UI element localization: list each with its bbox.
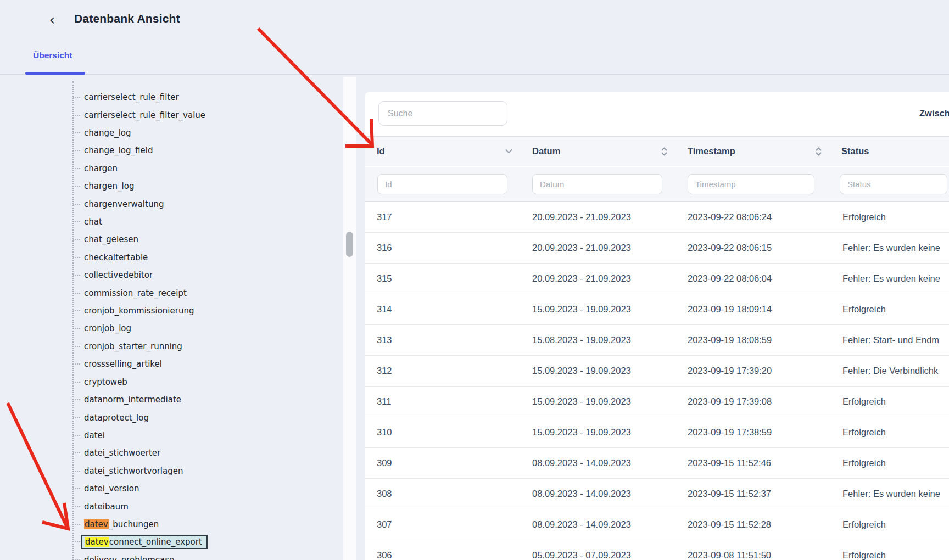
cell-datum: 15.09.2023 - 19.09.2023 [532,366,688,376]
cell-datum: 08.09.2023 - 14.09.2023 [532,458,688,468]
sidebar-table-item[interactable]: chargen_log [0,177,343,195]
table-name-label: chat [84,217,102,227]
column-header-timestamp[interactable]: Timestamp [688,137,735,166]
table-name-label: commission_rate_receipt [84,288,187,298]
table-row[interactable]: 308 08.09.2023 - 14.09.2023 2023-09-15 1… [365,479,949,509]
sidebar-table-item[interactable]: carrierselect_rule_filter [0,88,343,106]
table-row[interactable]: 316 20.09.2023 - 21.09.2023 2023-09-22 0… [365,233,949,264]
filter-input-id[interactable] [377,174,507,194]
sidebar-table-item[interactable]: datei [0,427,343,444]
sort-up-down-icon [815,147,822,156]
table-row[interactable]: 317 20.09.2023 - 21.09.2023 2023-09-22 0… [365,202,949,233]
tree-connector-icon [73,488,80,489]
sidebar-table-item[interactable]: chat [0,213,343,231]
column-header-status[interactable]: Status [841,137,869,166]
search-input[interactable] [378,101,507,126]
tree-connector-icon [73,275,80,276]
date-range-label[interactable]: Zwisch [919,108,949,119]
table-row[interactable]: 312 15.09.2023 - 19.09.2023 2023-09-19 1… [365,356,949,387]
back-button[interactable]: ‹ [45,12,59,29]
cell-status: Erfolgreich [842,550,949,560]
sidebar-table-item[interactable]: collectivedebitor [0,266,343,284]
sidebar-table-item[interactable]: cronjob_kommissionierung [0,302,343,320]
cell-id: 310 [377,427,532,438]
cell-timestamp: 2023-09-22 08:06:15 [688,243,842,253]
table-name-label: cronjob_kommissionierung [84,306,194,316]
sidebar-table-item[interactable]: change_log [0,124,343,142]
table-row[interactable]: 307 08.09.2023 - 14.09.2023 2023-09-15 1… [365,509,949,540]
table-row[interactable]: 313 15.08.2023 - 19.09.2023 2023-09-19 1… [365,325,949,356]
table-row[interactable]: 309 08.09.2023 - 14.09.2023 2023-09-15 1… [365,448,949,479]
column-header-id[interactable]: Id [377,137,385,166]
tree-connector-icon [73,186,80,187]
sidebar-table-item[interactable]: commission_rate_receipt [0,284,343,301]
filter-input-datum[interactable] [532,174,662,194]
cell-id: 309 [377,458,532,468]
cell-timestamp: 2023-09-19 17:39:20 [688,366,842,376]
sidebar-table-item[interactable]: crossselling_artikel [0,355,343,373]
table-row[interactable]: 314 15.09.2023 - 19.09.2023 2023-09-19 1… [365,294,949,325]
tree-connector-icon [73,310,80,311]
sidebar-table-item[interactable]: checkaltertable [0,249,343,266]
sort-up-down-icon [661,147,668,156]
table-name-label: carrierselect_rule_filter_value [84,110,205,120]
sidebar-table-item[interactable]: datei_stichwoerter [0,444,343,462]
sidebar-table-item[interactable]: cryptoweb [0,373,343,391]
cell-timestamp: 2023-09-08 11:51:50 [688,550,842,560]
table-name-label: checkaltertable [84,253,148,262]
table-row[interactable]: 315 20.09.2023 - 21.09.2023 2023-09-22 0… [365,264,949,294]
tree-connector-icon [73,168,80,169]
cell-status: Erfolgreich [842,212,949,222]
column-header-datum[interactable]: Datum [532,137,560,166]
sidebar-scrollbar-track[interactable] [343,77,356,560]
table-row[interactable]: 306 05.09.2023 - 07.09.2023 2023-09-08 1… [365,540,949,560]
cell-status: Fehler: Es wurden keine [842,243,949,253]
sidebar-table-item[interactable]: chargenverwaltung [0,195,343,212]
sidebar-table-item[interactable]: cronjob_starter_running [0,338,343,355]
table-name-label: datei [84,430,105,440]
sidebar-table-item[interactable]: dataprotect_log [0,408,343,426]
database-view-screen: ‹ Datenbank Ansicht Übersicht carriersel… [0,0,949,560]
filter-input-status[interactable] [840,174,947,194]
sidebar-table-item[interactable]: datanorm_intermediate [0,391,343,408]
sidebar-table-item[interactable]: chat_gelesen [0,231,343,248]
tree-connector-icon [73,363,80,365]
search-match-highlight: datev [85,537,109,547]
tab-uebersicht[interactable]: Übersicht [33,51,72,60]
tree-connector-icon [73,346,80,347]
sort-chevron-down-icon [505,149,512,154]
sidebar-table-item[interactable]: datei_stichwortvorlagen [0,462,343,480]
tree-connector-icon [73,506,80,507]
cell-status: Erfolgreich [842,427,949,438]
table-name-label: carrierselect_rule_filter [84,92,179,102]
cell-id: 312 [377,366,532,376]
cell-status: Fehler: Es wurden keine [842,273,949,284]
page-title: Datenbank Ansicht [74,12,180,25]
sidebar-table-item[interactable]: carrierselect_rule_filter_value [0,106,343,124]
table-filter-row [365,167,949,202]
sidebar-table-item[interactable]: chargen [0,160,343,177]
table-name-label: chargen_log [84,181,134,191]
sidebar-scrollbar-thumb[interactable] [346,232,353,257]
sidebar-table-item[interactable]: delivery_problemcase [0,551,343,560]
table-row[interactable]: 311 15.09.2023 - 19.09.2023 2023-09-19 1… [365,387,949,417]
sidebar-table-item[interactable]: change_log_field [0,142,343,159]
sidebar-table-item[interactable]: datev_buchungen [0,516,343,533]
cell-id: 307 [377,519,532,530]
cell-status: Fehler: Es wurden keine [842,489,949,499]
sidebar-table-item[interactable]: dateibaum [0,497,343,515]
cell-status: Fehler: Die Verbindlichk [842,366,949,376]
cell-datum: 20.09.2023 - 21.09.2023 [532,243,688,253]
cell-timestamp: 2023-09-19 17:39:08 [688,396,842,407]
table-row[interactable]: 310 15.09.2023 - 19.09.2023 2023-09-19 1… [365,417,949,448]
tree-connector-icon [73,382,80,383]
selected-table-box[interactable]: datevconnect_online_export [81,535,208,549]
sidebar-table-item[interactable]: datevconnect_online_export [0,533,343,551]
sidebar-table-item[interactable]: cronjob_log [0,320,343,337]
filter-input-timestamp[interactable] [688,174,814,194]
sidebar-table-item[interactable]: datei_version [0,480,343,497]
tree-connector-icon [73,257,80,258]
table-name-label: chargenverwaltung [84,199,164,209]
tree-connector-icon [73,524,80,525]
tree-connector-icon [73,293,80,294]
